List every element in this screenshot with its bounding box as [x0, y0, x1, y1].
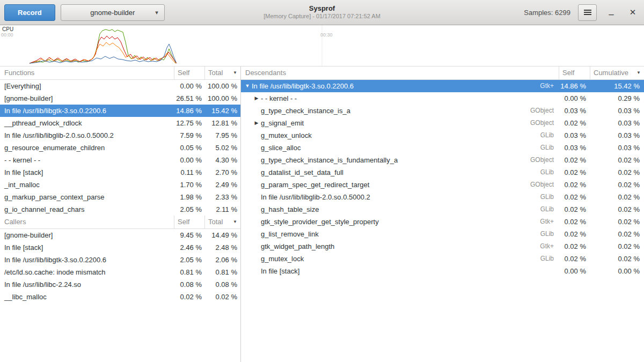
row-self-value: 0.02 %	[559, 154, 590, 166]
row-name: In file /usr/lib/libglib-2.0.so.0.5000.2	[261, 191, 370, 203]
function-row[interactable]: - - kernel - -0.00 %4.30 %	[0, 154, 240, 166]
function-row[interactable]: g_io_channel_read_chars2.05 %2.11 %	[0, 203, 240, 216]
row-cumulative-value: 0.02 %	[590, 228, 644, 240]
cpu-graph-canvas	[0, 25, 644, 66]
column-header-self[interactable]: Self	[174, 67, 205, 79]
function-row[interactable]: [Everything]0.00 %100.00 %	[0, 80, 240, 92]
column-header-self[interactable]: Self	[174, 216, 205, 228]
row-total-value: 2.70 %	[205, 166, 240, 179]
row-self-value: 1.70 %	[174, 179, 205, 191]
column-header-total[interactable]: Total ▼	[205, 216, 240, 228]
row-name: In file [stack]	[261, 265, 299, 277]
sort-arrow-icon: ▼	[636, 67, 641, 79]
cpu-graph[interactable]: CPU 00:00 00:30	[0, 25, 644, 67]
descendant-row[interactable]: ▶- - kernel - -0.00 %0.29 %	[241, 92, 644, 105]
descendant-row[interactable]: g_hash_table_sizeGLib0.02 %0.02 %	[241, 203, 644, 216]
callers-table-body: [gnome-builder]9.45 %14.49 %In file [sta…	[0, 229, 240, 303]
descendant-row[interactable]: g_type_check_instance_is_aGObject0.03 %0…	[241, 105, 644, 117]
descendant-row[interactable]: g_slice_allocGLib0.03 %0.03 %	[241, 142, 644, 154]
function-row[interactable]: g_resource_enumerate_children0.05 %5.02 …	[0, 142, 240, 154]
cpu-line-orange	[30, 42, 175, 63]
caller-row[interactable]: __libc_malloc0.02 %0.02 %	[0, 291, 240, 303]
row-self-value: 0.02 %	[559, 216, 590, 228]
column-header-callers[interactable]: Callers	[0, 216, 174, 228]
row-self-value: 2.05 %	[174, 254, 205, 266]
descendant-row[interactable]: g_type_check_instance_is_fundamentally_a…	[241, 154, 644, 166]
column-header-total-label: Total	[208, 216, 223, 228]
descendant-row[interactable]: gtk_style_provider_get_style_propertyGtk…	[241, 216, 644, 228]
close-button[interactable]: ✕	[626, 5, 640, 19]
record-button[interactable]: Record	[4, 4, 55, 21]
row-self-value: 0.02 %	[559, 117, 590, 129]
row-name: gtk_style_provider_get_style_property	[261, 216, 379, 228]
row-self-value: 2.05 %	[174, 203, 205, 216]
descendants-pane: Descendants Self Cumulative ▼ ▼In file /…	[241, 67, 644, 362]
caller-row[interactable]: In file /usr/lib/libgtk-3.so.0.2200.62.0…	[0, 254, 240, 266]
row-self-value: 0.03 %	[559, 105, 590, 117]
process-selector-dropdown[interactable]: gnome-builder ▾	[61, 4, 165, 21]
row-self-value: 26.51 %	[174, 92, 205, 105]
row-cumulative-value: 0.02 %	[590, 154, 644, 166]
caller-row[interactable]: [gnome-builder]9.45 %14.49 %	[0, 229, 240, 241]
descendant-row[interactable]: ▶g_signal_emitGObject0.02 %0.03 %	[241, 117, 644, 129]
expander-spacer	[252, 142, 261, 154]
expander-collapsed-icon[interactable]: ▶	[252, 117, 261, 129]
expander-expanded-icon[interactable]: ▼	[243, 80, 252, 92]
descendant-row[interactable]: g_datalist_id_set_data_fullGLib0.02 %0.0…	[241, 166, 644, 179]
column-header-descendants[interactable]: Descendants	[241, 67, 559, 79]
row-total-value: 100.00 %	[205, 92, 240, 105]
function-row[interactable]: _int_malloc1.70 %2.49 %	[0, 179, 240, 191]
expander-collapsed-icon[interactable]: ▶	[252, 92, 261, 105]
descendant-row[interactable]: g_list_remove_linkGLib0.02 %0.02 %	[241, 228, 644, 240]
descendant-row[interactable]: g_mutex_lockGLib0.02 %0.02 %	[241, 253, 644, 265]
row-total-value: 4.30 %	[205, 154, 240, 166]
row-name: g_io_channel_read_chars	[0, 203, 174, 216]
row-total-value: 0.02 %	[205, 291, 240, 303]
caller-row[interactable]: In file [stack]2.46 %2.48 %	[0, 241, 240, 254]
function-row[interactable]: In file /usr/lib/libglib-2.0.so.0.5000.2…	[0, 129, 240, 142]
row-total-value: 2.49 %	[205, 179, 240, 191]
row-name: - - kernel - -	[261, 92, 297, 105]
column-header-self[interactable]: Self	[559, 67, 590, 79]
library-tag: GObject	[350, 105, 559, 117]
function-row[interactable]: g_markup_parse_context_parse1.98 %2.33 %	[0, 191, 240, 203]
column-header-cumulative[interactable]: Cumulative ▼	[590, 67, 644, 79]
row-name: g_type_check_instance_is_a	[261, 105, 350, 117]
column-header-functions[interactable]: Functions	[0, 67, 174, 79]
caller-row[interactable]: /etc/ld.so.cache: inode mismatch0.81 %0.…	[0, 266, 240, 278]
row-cumulative-value: 0.02 %	[590, 240, 644, 253]
descendant-row[interactable]: g_param_spec_get_redirect_targetGObject0…	[241, 179, 644, 191]
library-tag: GLib	[319, 203, 559, 216]
function-row[interactable]: __pthread_rwlock_rdlock12.75 %12.81 %	[0, 117, 240, 129]
cpu-line-blue	[30, 44, 176, 63]
minimize-button[interactable]: –	[604, 5, 618, 19]
expander-spacer	[252, 154, 261, 166]
function-row[interactable]: In file [stack]0.11 %2.70 %	[0, 166, 240, 179]
function-row[interactable]: In file /usr/lib/libgtk-3.so.0.2200.614.…	[0, 105, 240, 117]
row-self-value: 0.03 %	[559, 142, 590, 154]
descendant-row[interactable]: In file [stack]0.00 %0.00 %	[241, 265, 644, 277]
library-tag: Gtk+	[379, 216, 559, 228]
caller-row[interactable]: In file /usr/lib/libc-2.24.so0.08 %0.08 …	[0, 278, 240, 291]
functions-table-body: [Everything]0.00 %100.00 %[gnome-builder…	[0, 80, 240, 216]
menu-button[interactable]	[578, 4, 597, 21]
row-name: In file /usr/lib/libgtk-3.so.0.2200.6	[252, 80, 354, 92]
row-self-value: 0.02 %	[559, 253, 590, 265]
row-name: g_param_spec_get_redirect_target	[261, 179, 369, 191]
function-row[interactable]: [gnome-builder]26.51 %100.00 %	[0, 92, 240, 105]
descendant-row[interactable]: ▼In file /usr/lib/libgtk-3.so.0.2200.6Gt…	[241, 80, 644, 92]
row-cumulative-value: 0.29 %	[590, 92, 644, 105]
row-name: In file [stack]	[0, 241, 174, 254]
descendants-table-header: Descendants Self Cumulative ▼	[241, 67, 644, 80]
row-name: _int_malloc	[0, 179, 174, 191]
row-name: g_slice_alloc	[261, 142, 301, 154]
descendant-row[interactable]: g_mutex_unlockGLib0.03 %0.03 %	[241, 129, 644, 142]
row-self-value: 0.05 %	[174, 142, 205, 154]
column-header-total[interactable]: Total ▼	[205, 67, 240, 79]
descendant-row[interactable]: In file /usr/lib/libglib-2.0.so.0.5000.2…	[241, 191, 644, 203]
row-cumulative-value: 0.02 %	[590, 203, 644, 216]
library-tag: Gtk+	[354, 80, 559, 92]
descendant-row[interactable]: gtk_widget_path_lengthGtk+0.02 %0.02 %	[241, 240, 644, 253]
row-total-value: 2.11 %	[205, 203, 240, 216]
row-cumulative-value: 15.42 %	[590, 80, 644, 92]
